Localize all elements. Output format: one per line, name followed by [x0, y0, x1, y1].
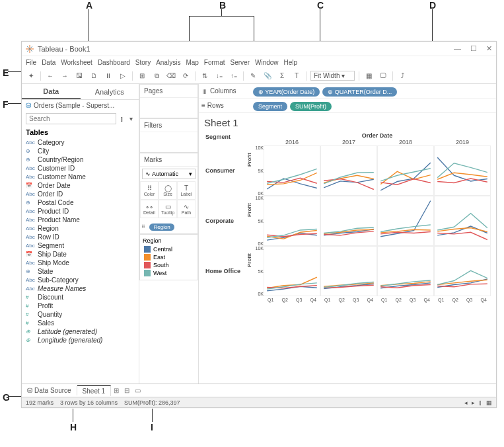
menu-data[interactable]: Data: [42, 59, 55, 66]
refresh-button[interactable]: ⟳: [180, 71, 191, 81]
menu-map[interactable]: Map: [186, 59, 198, 66]
chart-view[interactable]: Segment Order Date 2016201720182019 Cons…: [199, 132, 496, 384]
status-icon-4[interactable]: ▦: [486, 399, 492, 406]
datasource-item[interactable]: ⛁ Orders (Sample - Superst...: [22, 100, 139, 111]
new-worksheet-tab-button[interactable]: ⊞: [111, 387, 122, 394]
field-customer-name[interactable]: AbcCustomer Name: [22, 173, 139, 181]
field-category[interactable]: AbcCategory: [22, 138, 139, 147]
field-order-id[interactable]: AbcOrder ID: [22, 190, 139, 198]
tab-data[interactable]: Data: [22, 84, 81, 99]
menu-dashboard[interactable]: Dashboard: [98, 59, 130, 66]
swap-button[interactable]: ⇅: [199, 71, 210, 81]
chart-cell[interactable]: [264, 145, 320, 196]
highlight-button[interactable]: ✎: [248, 71, 258, 81]
share-button[interactable]: ⤴: [397, 71, 408, 81]
menu-file[interactable]: File: [26, 59, 36, 66]
menu-worksheet[interactable]: Worksheet: [61, 59, 92, 66]
search-menu-icon[interactable]: ▾: [127, 114, 135, 124]
tab-analytics[interactable]: Analytics: [81, 84, 139, 99]
close-button[interactable]: ✕: [486, 44, 492, 53]
color-pill-region[interactable]: Region: [149, 224, 174, 231]
field-sub-category[interactable]: AbcSub-Category: [22, 276, 139, 284]
menu-window[interactable]: Window: [255, 59, 279, 66]
field-ship-mode[interactable]: AbcShip Mode: [22, 259, 139, 267]
row-pill[interactable]: Segment: [253, 102, 287, 111]
menu-analysis[interactable]: Analysis: [156, 59, 180, 66]
new-worksheet-button[interactable]: ⊞: [137, 71, 147, 81]
status-icon-2[interactable]: ▸: [472, 399, 475, 406]
autoupdate-button[interactable]: ⏸: [103, 71, 114, 81]
save-button[interactable]: 🖫: [74, 71, 85, 81]
clear-button[interactable]: ⌫: [166, 71, 176, 81]
mark-type-dropdown[interactable]: ∿ Automatic▾: [142, 169, 196, 179]
row-pill[interactable]: SUM(Profit): [290, 102, 332, 111]
status-icon-3[interactable]: ⫿: [479, 399, 482, 406]
rows-shelf[interactable]: ≡ Rows SegmentSUM(Profit): [199, 99, 496, 113]
chart-cell[interactable]: [434, 246, 491, 296]
tab-data-source[interactable]: ⛁ Data Source: [22, 386, 77, 395]
field-customer-id[interactable]: AbcCustomer ID: [22, 164, 139, 173]
legend-item-west[interactable]: West: [143, 269, 195, 277]
group-button[interactable]: 📎: [262, 71, 273, 81]
pages-shelf[interactable]: Pages: [139, 84, 198, 118]
sort-desc-button[interactable]: ↑₌: [229, 71, 239, 81]
field-order-date[interactable]: 📅Order Date: [22, 181, 139, 190]
chart-cell[interactable]: [320, 145, 377, 196]
field-postal-code[interactable]: ⊕Postal Code: [22, 198, 139, 207]
field-segment[interactable]: AbcSegment: [22, 241, 139, 250]
field-region[interactable]: AbcRegion: [22, 224, 139, 233]
tableau-icon[interactable]: ✦: [26, 71, 36, 81]
field-ship-date[interactable]: 📅Ship Date: [22, 250, 139, 259]
field-sales[interactable]: #Sales: [22, 319, 139, 327]
minimize-button[interactable]: —: [454, 44, 461, 53]
new-datasource-button[interactable]: 🗋: [89, 71, 99, 81]
field-country-region[interactable]: ⊕Country/Region: [22, 155, 139, 164]
chart-cell[interactable]: [434, 145, 491, 196]
field-product-id[interactable]: AbcProduct ID: [22, 207, 139, 216]
mark-size-button[interactable]: ◯Size: [159, 181, 177, 200]
sort-asc-button[interactable]: ↓₌: [214, 71, 225, 81]
fit-dropdown[interactable]: Fit Width ▾: [310, 71, 355, 81]
duplicate-button[interactable]: ⧉: [151, 71, 162, 81]
chart-cell[interactable]: [264, 196, 320, 246]
field-profit[interactable]: #Profit: [22, 302, 139, 310]
field-discount[interactable]: #Discount: [22, 293, 139, 302]
totals-button[interactable]: Σ: [277, 71, 287, 81]
chart-cell[interactable]: [320, 246, 377, 296]
field-row-id[interactable]: AbcRow ID: [22, 233, 139, 241]
menu-server[interactable]: Server: [231, 59, 250, 66]
legend-item-south[interactable]: South: [143, 261, 195, 269]
new-dashboard-tab-button[interactable]: ⊟: [122, 387, 132, 394]
chart-cell[interactable]: [434, 196, 491, 246]
field-longitude-generated-[interactable]: ⊕Longitude (generated): [22, 336, 139, 345]
column-pill[interactable]: ⊕ YEAR(Order Date): [253, 87, 320, 97]
search-input[interactable]: [26, 113, 116, 124]
mark-color-button[interactable]: ⠿Color: [140, 181, 159, 200]
menu-format[interactable]: Format: [204, 59, 225, 66]
new-story-tab-button[interactable]: ▭: [132, 387, 143, 394]
mark-detail-button[interactable]: ∘∘Detail: [140, 200, 159, 218]
maximize-button[interactable]: ☐: [470, 44, 477, 53]
search-filter-icon[interactable]: ⫿: [118, 114, 126, 124]
sheet-title[interactable]: Sheet 1: [199, 113, 496, 132]
field-measure-names[interactable]: AbcMeasure Names: [22, 284, 139, 293]
legend-item-east[interactable]: East: [143, 253, 195, 261]
back-button[interactable]: ←: [45, 71, 55, 81]
mark-label-button[interactable]: TLabel: [177, 181, 196, 200]
mark-tooltip-button[interactable]: ▭Tooltip: [159, 200, 177, 218]
field-state[interactable]: ⊕State: [22, 267, 139, 276]
forward-button[interactable]: →: [59, 71, 70, 81]
field-latitude-generated-[interactable]: ⊕Latitude (generated): [22, 327, 139, 336]
column-pill[interactable]: ⊕ QUARTER(Order D...: [322, 87, 397, 97]
tab-sheet1[interactable]: Sheet 1: [77, 385, 111, 396]
filters-shelf[interactable]: Filters: [139, 118, 198, 153]
status-icon-1[interactable]: ◂: [464, 399, 468, 406]
chart-cell[interactable]: [320, 196, 377, 246]
run-button[interactable]: ▷: [118, 71, 128, 81]
chart-cell[interactable]: [377, 145, 434, 196]
menu-help[interactable]: Help: [284, 59, 298, 66]
field-quantity[interactable]: #Quantity: [22, 310, 139, 319]
labels-button[interactable]: T: [291, 71, 302, 81]
chart-cell[interactable]: [377, 196, 434, 246]
menu-story[interactable]: Story: [135, 59, 151, 66]
